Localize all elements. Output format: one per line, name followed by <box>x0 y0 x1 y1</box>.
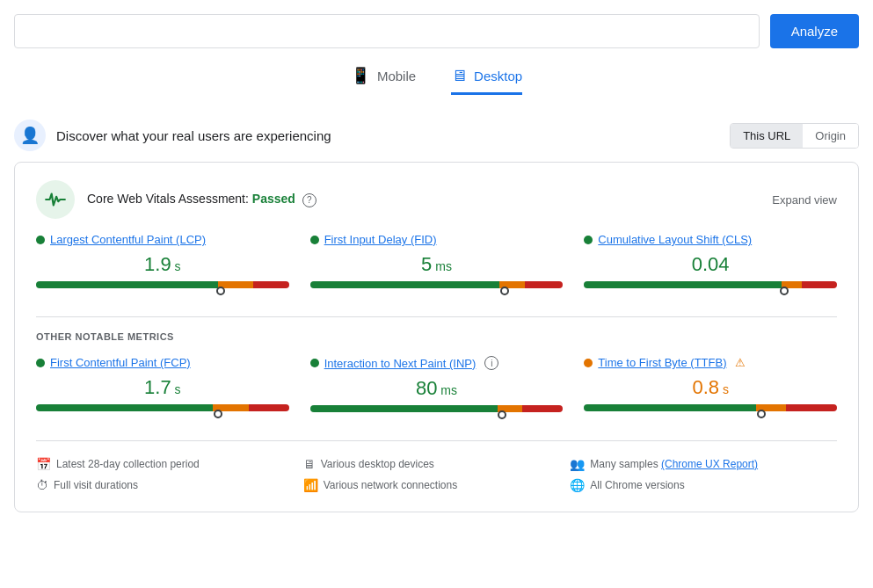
url-bar-section: https://katalon.com/ Analyze <box>14 14 859 48</box>
chrome-ux-link[interactable]: (Chrome UX Report) <box>661 458 758 470</box>
bar-needle-row-fid <box>310 288 564 299</box>
cwv-status: Passed <box>252 192 295 206</box>
metric-dot-fid <box>310 236 319 244</box>
metric-dot-inp <box>310 359 319 367</box>
footer-text-0: Latest 28-day collection period <box>56 458 200 470</box>
footer-text-3: Full visit durations <box>54 479 138 491</box>
origin-button[interactable]: Origin <box>803 124 858 148</box>
metric-label-inp: Interaction to Next Paint (INP)i <box>310 356 564 370</box>
bar-green-lcp <box>36 281 218 288</box>
footer-icon-5: 🌐 <box>570 478 585 492</box>
tab-desktop-label: Desktop <box>474 69 522 83</box>
discover-text: Discover what your real users are experi… <box>56 128 331 143</box>
bar-needle-row-cls <box>584 288 837 299</box>
bar-track-lcp <box>36 281 289 288</box>
bar-track-fcp <box>36 404 289 411</box>
bar-green-ttfb <box>584 404 756 411</box>
metric-bar-fid <box>310 281 564 299</box>
footer-item-4: 📶 Various network connections <box>303 476 571 494</box>
cwv-header: Core Web Vitals Assessment: Passed ? Exp… <box>36 180 837 219</box>
bar-needle-row-fcp <box>36 411 289 422</box>
metric-lcp: Largest Contentful Paint (LCP) 1.9 s <box>36 233 289 299</box>
metric-link-fid[interactable]: First Input Delay (FID) <box>324 233 437 246</box>
other-metrics-grid: First Contentful Paint (FCP) 1.7 s Inter <box>36 356 837 423</box>
cwv-header-left: Core Web Vitals Assessment: Passed ? <box>36 180 316 219</box>
footer-icon-2: 👥 <box>570 457 585 471</box>
metric-link-inp[interactable]: Interaction to Next Paint (INP) <box>324 357 477 370</box>
metric-bar-ttfb <box>584 404 837 422</box>
bar-track-fid <box>310 281 564 288</box>
url-input[interactable]: https://katalon.com/ <box>14 14 760 48</box>
bar-red-lcp <box>253 281 288 288</box>
this-url-button[interactable]: This URL <box>731 124 803 148</box>
analyze-button[interactable]: Analyze <box>770 14 859 48</box>
metric-bar-cls <box>584 281 837 299</box>
metric-link-fcp[interactable]: First Contentful Paint (FCP) <box>50 356 191 369</box>
footer-item-1: 🖥 Various desktop devices <box>303 455 571 473</box>
metric-dot-ttfb <box>584 359 593 367</box>
footer-info: 📅 Latest 28-day collection period 🖥 Vari… <box>36 440 837 494</box>
footer-text-1: Various desktop devices <box>321 458 434 470</box>
cwv-title-label: Core Web Vitals Assessment: <box>87 192 249 206</box>
metric-value-inp: 80 ms <box>310 377 564 400</box>
bar-needle-cls <box>780 287 789 295</box>
heartbeat-icon <box>44 188 67 211</box>
discover-left: 👤 Discover what your real users are expe… <box>14 120 331 151</box>
bar-green-fcp <box>36 404 213 411</box>
footer-icon-1: 🖥 <box>303 457 316 471</box>
footer-item-3: ⏱ Full visit durations <box>36 476 303 494</box>
device-tabs: 📱 Mobile 🖥 Desktop <box>14 66 859 95</box>
metric-unit-fid: ms <box>432 259 452 273</box>
metric-dot-lcp <box>36 236 45 244</box>
footer-item-5: 🌐 All Chrome versions <box>570 476 837 494</box>
cwv-icon <box>36 180 75 219</box>
metric-value-cls: 0.04 <box>584 253 837 276</box>
bar-red-inp <box>522 405 563 412</box>
metric-bar-inp <box>310 405 564 423</box>
expand-view-link[interactable]: Expand view <box>772 193 837 207</box>
cwv-title-text: Core Web Vitals Assessment: Passed ? <box>87 192 316 207</box>
bar-track-inp <box>310 405 564 412</box>
bar-green-fid <box>310 281 500 288</box>
bar-needle-row-lcp <box>36 288 289 299</box>
footer-text-4: Various network connections <box>324 479 458 491</box>
metric-link-ttfb[interactable]: Time to First Byte (TTFB) <box>598 356 726 369</box>
tab-mobile[interactable]: 📱 Mobile <box>351 66 416 95</box>
other-metrics-label: OTHER NOTABLE METRICS <box>36 331 837 342</box>
bar-red-cls <box>802 281 837 288</box>
footer-item-2: 👥 Many samples (Chrome UX Report) <box>570 455 837 473</box>
bar-needle-inp <box>498 410 506 419</box>
desktop-icon: 🖥 <box>451 67 467 85</box>
metric-info-icon[interactable]: i <box>484 356 498 370</box>
metric-value-fcp: 1.7 s <box>36 376 289 399</box>
tab-desktop[interactable]: 🖥 Desktop <box>451 66 522 95</box>
metric-label-lcp: Largest Contentful Paint (LCP) <box>36 233 289 246</box>
bar-red-fid <box>525 281 563 288</box>
metric-link-lcp[interactable]: Largest Contentful Paint (LCP) <box>50 233 206 246</box>
cwv-info-icon[interactable]: ? <box>302 193 316 207</box>
metric-ttfb: Time to First Byte (TTFB)⚠ 0.8 s <box>584 356 837 423</box>
metric-unit-lcp: s <box>171 259 181 273</box>
metric-link-cls[interactable]: Cumulative Layout Shift (CLS) <box>598 233 752 246</box>
bar-needle-lcp <box>216 287 225 295</box>
bar-needle-ttfb <box>757 410 766 418</box>
metric-unit-inp: ms <box>437 383 457 397</box>
metric-value-ttfb: 0.8 s <box>584 376 837 399</box>
metric-inp: Interaction to Next Paint (INP)i 80 ms <box>310 356 564 423</box>
bar-green-inp <box>310 405 498 412</box>
metric-bar-lcp <box>36 281 289 299</box>
warning-icon: ⚠ <box>735 356 746 369</box>
footer-item-0: 📅 Latest 28-day collection period <box>36 455 303 473</box>
metric-label-ttfb: Time to First Byte (TTFB)⚠ <box>584 356 837 369</box>
metric-label-cls: Cumulative Layout Shift (CLS) <box>584 233 837 246</box>
section-divider <box>36 316 837 317</box>
footer-icon-4: 📶 <box>303 478 318 492</box>
footer-icon-3: ⏱ <box>36 478 48 492</box>
cwv-metrics-grid: Largest Contentful Paint (LCP) 1.9 s Fir <box>36 233 837 299</box>
bar-needle-row-ttfb <box>584 411 837 422</box>
bar-track-cls <box>584 281 837 288</box>
url-origin-toggle: This URL Origin <box>730 123 859 149</box>
bar-red-fcp <box>249 404 289 411</box>
bar-needle-row-inp <box>310 412 564 423</box>
discover-icon: 👤 <box>14 120 46 151</box>
